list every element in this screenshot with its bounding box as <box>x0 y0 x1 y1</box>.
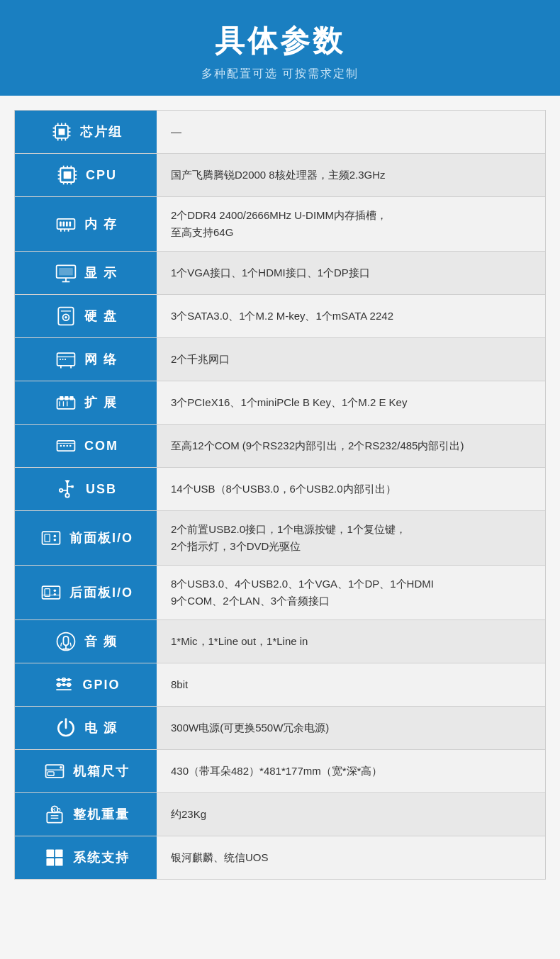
spec-label-text-weight: 整机重量 <box>73 806 130 823</box>
spec-value-usb: 14个USB（8个USB3.0，6个USB2.0内部引出） <box>157 468 545 510</box>
spec-row-audio: 音 频1*Mic，1*Line out，1*Line in <box>15 620 545 663</box>
svg-rect-53 <box>65 396 69 400</box>
svg-rect-47 <box>62 359 64 360</box>
svg-rect-39 <box>60 268 74 276</box>
svg-rect-48 <box>65 359 67 360</box>
spec-row-usb: USB14个USB（8个USB3.0，6个USB2.0内部引出） <box>15 468 545 511</box>
spec-label-gpio: GPIO <box>15 663 157 706</box>
spec-label-chassis: 机箱尺寸 <box>15 750 157 792</box>
spec-value-gpio: 8bit <box>157 663 545 706</box>
spec-row-power: 电 源300W电源(可更换550W冗余电源) <box>15 707 545 750</box>
svg-point-74 <box>54 539 57 542</box>
power-icon <box>53 715 79 741</box>
spec-label-memory: 内 存 <box>15 197 157 251</box>
spec-label-text-storage: 硬 盘 <box>84 308 118 325</box>
spec-label-os: 系统支持 <box>15 836 157 879</box>
spec-label-text-expansion: 扩 展 <box>84 394 118 411</box>
spec-row-gpio: GPIO8bit <box>15 663 545 707</box>
spec-row-chipset: 芯片组— <box>15 111 545 154</box>
display-icon <box>53 260 79 286</box>
spec-label-text-audio: 音 频 <box>84 633 118 650</box>
svg-rect-1 <box>59 129 65 135</box>
front-io-icon <box>38 525 64 551</box>
spec-table: 芯片组—CPU国产飞腾腾锐D2000 8核处理器，主频2.3GHz内 存2个DD… <box>14 110 546 880</box>
chipset-icon <box>49 119 74 145</box>
spec-row-cpu: CPU国产飞腾腾锐D2000 8核处理器，主频2.3GHz <box>15 154 545 197</box>
spec-value-os: 银河麒麟、统信UOS <box>157 836 545 879</box>
svg-marker-65 <box>65 481 69 484</box>
spec-value-chassis: 430（带耳朵482）*481*177mm（宽*深*高） <box>157 750 545 792</box>
svg-point-61 <box>66 445 68 447</box>
svg-rect-29 <box>60 221 62 226</box>
svg-point-73 <box>54 535 57 538</box>
svg-rect-15 <box>64 172 72 179</box>
spec-row-rear-io: 后面板I/O8个USB3.0、4个USB2.0、1个VGA、1个DP、1个HDM… <box>15 566 545 620</box>
spec-row-storage: 硬 盘3个SATA3.0、1个M.2 M-key、1个mSATA 2242 <box>15 295 545 338</box>
spec-row-front-io: 前面板I/O2个前置USB2.0接口，1个电源按键，1个复位键， 2个指示灯，3… <box>15 511 545 566</box>
spec-value-rear-io: 8个USB3.0、4个USB2.0、1个VGA、1个DP、1个HDMI 9个CO… <box>157 566 545 619</box>
spec-label-expansion: 扩 展 <box>15 381 157 424</box>
com-icon <box>53 433 79 459</box>
spec-label-text-gpio: GPIO <box>82 678 120 692</box>
svg-rect-58 <box>57 441 75 451</box>
svg-rect-95 <box>47 772 54 775</box>
svg-rect-30 <box>63 221 65 226</box>
spec-label-text-chipset: 芯片组 <box>80 123 123 140</box>
spec-label-text-memory: 内 存 <box>84 215 118 232</box>
spec-value-audio: 1*Mic，1*Line out，1*Line in <box>157 620 545 663</box>
network-icon <box>53 347 79 372</box>
svg-rect-46 <box>60 359 62 360</box>
spec-value-network: 2个千兆网口 <box>157 338 545 381</box>
storage-icon <box>53 303 79 329</box>
spec-value-chipset: — <box>157 111 545 153</box>
svg-rect-102 <box>55 849 63 857</box>
spec-row-memory: 内 存2个DDR4 2400/2666MHz U-DIMM内存插槽， 至高支持6… <box>15 197 545 252</box>
spec-row-weight: KG整机重量约23Kg <box>15 793 545 836</box>
expansion-icon <box>53 390 79 415</box>
os-icon <box>42 845 67 870</box>
spec-label-text-power: 电 源 <box>84 719 118 736</box>
spec-label-rear-io: 后面板I/O <box>15 566 157 619</box>
spec-row-chassis: 机箱尺寸430（带耳朵482）*481*177mm（宽*深*高） <box>15 750 545 793</box>
page-subtitle: 多种配置可选 可按需求定制 <box>14 67 546 82</box>
usb-icon <box>55 476 80 502</box>
svg-point-70 <box>65 493 69 497</box>
spec-value-cpu: 国产飞腾腾锐D2000 8核处理器，主频2.3GHz <box>157 154 545 196</box>
memory-icon <box>53 211 79 237</box>
spec-value-front-io: 2个前置USB2.0接口，1个电源按键，1个复位键， 2个指示灯，3个DVD光驱… <box>157 511 545 565</box>
chassis-icon <box>42 758 67 784</box>
spec-label-cpu: CPU <box>15 154 157 196</box>
spec-value-expansion: 3个PCIeX16、1个miniPCle B Key、1个M.2 E Key <box>157 381 545 424</box>
spec-label-storage: 硬 盘 <box>15 295 157 337</box>
spec-label-com: COM <box>15 425 157 467</box>
spec-label-text-chassis: 机箱尺寸 <box>73 763 130 780</box>
weight-icon: KG <box>42 802 67 827</box>
svg-rect-103 <box>46 858 54 866</box>
svg-point-60 <box>63 445 65 447</box>
spec-label-text-usb: USB <box>86 482 117 497</box>
spec-label-text-rear-io: 后面板I/O <box>69 584 133 601</box>
svg-point-42 <box>65 316 68 319</box>
spec-label-text-com: COM <box>84 439 118 454</box>
spec-value-memory: 2个DDR4 2400/2666MHz U-DIMM内存插槽， 至高支持64G <box>157 197 545 251</box>
spec-label-power: 电 源 <box>15 707 157 749</box>
svg-rect-52 <box>60 396 64 400</box>
spec-label-weight: KG整机重量 <box>15 793 157 836</box>
gpio-icon <box>51 672 77 697</box>
spec-value-display: 1个VGA接口、1个HDMI接口、1个DP接口 <box>157 252 545 294</box>
spec-label-text-os: 系统支持 <box>73 849 130 866</box>
svg-point-86 <box>57 678 60 681</box>
spec-value-power: 300W电源(可更换550W冗余电源) <box>157 707 545 749</box>
svg-point-88 <box>67 678 70 681</box>
cpu-icon <box>55 162 80 188</box>
svg-rect-32 <box>69 221 72 226</box>
svg-rect-104 <box>55 858 63 866</box>
spec-label-front-io: 前面板I/O <box>15 511 157 565</box>
svg-point-77 <box>54 590 57 593</box>
spec-row-com: COM至高12个COM (9个RS232内部引出，2个RS232/485内部引出… <box>15 425 545 468</box>
spec-label-usb: USB <box>15 468 157 510</box>
spec-row-display: 显 示1个VGA接口、1个HDMI接口、1个DP接口 <box>15 252 545 295</box>
spec-label-text-display: 显 示 <box>84 264 118 281</box>
svg-point-69 <box>60 489 62 492</box>
spec-row-network: 网 络2个千兆网口 <box>15 338 545 381</box>
